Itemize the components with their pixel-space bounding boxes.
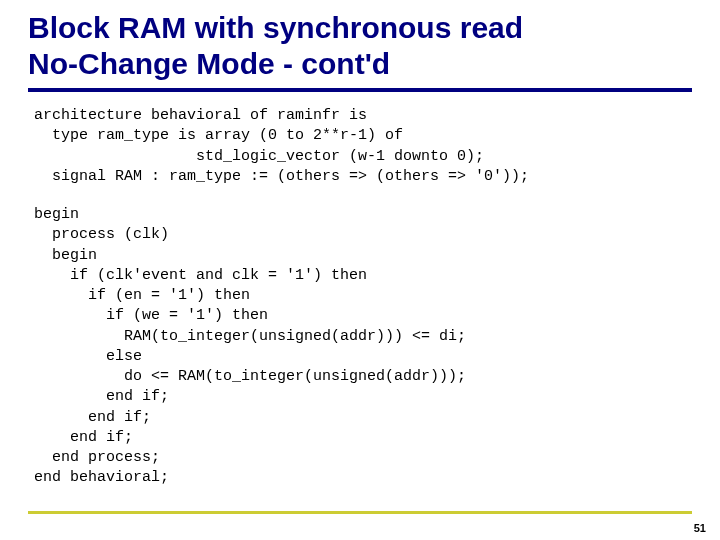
footer-divider	[28, 511, 692, 514]
page-number: 51	[694, 522, 706, 534]
title-line-1: Block RAM with synchronous read	[28, 10, 692, 46]
code-block-2: begin process (clk) begin if (clk'event …	[34, 205, 692, 489]
code-block-1: architecture behavioral of raminfr is ty…	[34, 106, 692, 187]
slide: Block RAM with synchronous read No-Chang…	[0, 0, 720, 540]
title-line-2: No-Change Mode - cont'd	[28, 46, 692, 82]
slide-title: Block RAM with synchronous read No-Chang…	[28, 10, 692, 92]
